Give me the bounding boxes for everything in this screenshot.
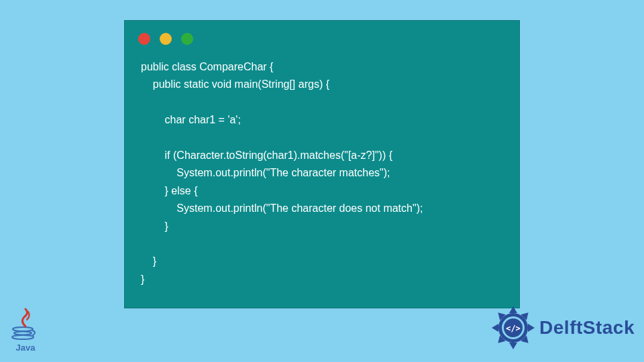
- delftstack-badge-icon: </>: [490, 304, 537, 351]
- svg-point-1: [14, 332, 32, 335]
- code-content: public class CompareChar { public static…: [125, 52, 519, 302]
- svg-text:</>: </>: [506, 324, 521, 333]
- maximize-dot-icon: [181, 33, 193, 45]
- svg-point-2: [12, 335, 34, 339]
- delftstack-logo: </> DelftStack: [490, 304, 635, 351]
- minimize-dot-icon: [160, 33, 172, 45]
- java-steam-icon: [19, 308, 32, 326]
- close-dot-icon: [138, 33, 150, 45]
- window-controls: [125, 21, 519, 52]
- java-label: Java: [16, 343, 36, 353]
- java-cup-icon: [11, 326, 40, 341]
- java-logo: Java: [9, 306, 42, 353]
- code-window: public class CompareChar { public static…: [124, 20, 520, 308]
- delftstack-label: DelftStack: [539, 317, 635, 339]
